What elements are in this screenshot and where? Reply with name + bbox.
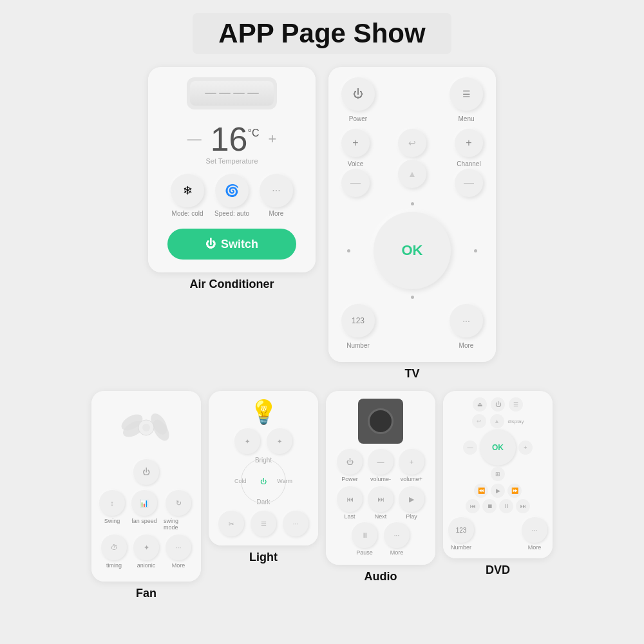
audio-last-col: ⏮ Last xyxy=(337,486,363,520)
dvd-power-btn[interactable]: ⏻ xyxy=(491,397,505,412)
tv-number-btn[interactable]: 123 xyxy=(341,304,375,337)
ac-vent-line xyxy=(205,93,216,94)
dvd-display-label: display xyxy=(508,419,524,424)
dvd-pause-btn[interactable]: ⏸ xyxy=(499,499,513,513)
tv-number-label: Number xyxy=(346,342,370,349)
tv-more-btn[interactable]: ··· xyxy=(450,304,483,337)
fan-visual xyxy=(117,399,175,457)
tv-voice-minus[interactable]: — xyxy=(341,169,370,197)
dvd-rew-btn[interactable]: ⏪ xyxy=(474,484,488,498)
dvd-card: ⏏ ⏻ ☰ ↩ xyxy=(443,391,553,600)
audio-play-col: ▶ Play xyxy=(399,486,424,520)
fan-anionic-ctrl: ✦ anionic xyxy=(133,535,159,569)
audio-more-label: More xyxy=(390,549,404,556)
audio-bottom-row: ⏸ Pause ··· More xyxy=(352,522,410,556)
audio-controls: ⏻ Power — volume- + xyxy=(337,449,424,482)
audio-power-label: Power xyxy=(341,476,358,482)
ac-plus-icon[interactable]: + xyxy=(268,131,276,147)
fan-more-btn[interactable]: ··· xyxy=(166,535,191,560)
switch-button[interactable]: ⏻ Switch xyxy=(167,229,296,260)
ac-inner: — 16 °C + Set Temperature ❄ xyxy=(148,67,316,272)
fan-more-ctrl: ··· More xyxy=(166,535,191,569)
audio-pause-btn[interactable]: ⏸ xyxy=(352,522,377,548)
ac-mode-circle[interactable]: ❄ xyxy=(171,174,204,207)
dvd-play-btn[interactable]: ▶ xyxy=(491,484,505,498)
dvd-stop-btn[interactable]: ⏹ xyxy=(482,499,497,513)
light-hue2[interactable]: ✦ xyxy=(267,428,292,454)
dvd-more-btn[interactable]: ··· xyxy=(522,517,547,543)
switch-label: Switch xyxy=(221,238,258,251)
fan-timing-btn[interactable]: ⏱ xyxy=(101,535,127,560)
light-inner: 💡 ✦ ✦ Bright Cold xyxy=(209,391,318,545)
fan-power-btn[interactable]: ⏻ xyxy=(133,459,159,485)
ac-card-label: Air Conditioner xyxy=(190,278,274,291)
fan-mode-btn[interactable]: ↻ xyxy=(166,490,191,516)
fan-timing-ctrl: ⏱ timing xyxy=(101,535,127,569)
ac-more-circle[interactable]: ··· xyxy=(260,174,293,207)
dvd-eject-btn[interactable]: ⏏ xyxy=(473,397,487,412)
dvd-up-btn[interactable]: ▲ xyxy=(490,414,504,428)
dvd-menu-btn[interactable]: ☰ xyxy=(509,397,523,412)
tv-channel-minus[interactable]: — xyxy=(455,169,483,197)
dvd-arrow-row: ↩ ▲ display xyxy=(472,414,524,428)
audio-volplus-label: volume+ xyxy=(401,476,422,482)
audio-play-btn[interactable]: ▶ xyxy=(399,486,424,512)
dvd-volplus-btn[interactable]: + xyxy=(518,440,533,455)
fan-swing-label: Swing xyxy=(104,518,120,524)
fan-swing-btn[interactable]: ↕ xyxy=(99,490,125,516)
dvd-top-row: ⏏ ⏻ ☰ xyxy=(473,397,523,412)
ac-speed-btn[interactable]: 🌀 Speed: auto xyxy=(214,174,249,217)
ac-speed-circle[interactable]: 🌀 xyxy=(215,174,249,207)
dvd-back-btn[interactable]: ↩ xyxy=(472,414,486,428)
tv-more-col: ··· More xyxy=(450,304,483,349)
tv-menu-label: Menu xyxy=(458,115,474,122)
tv-channel-plus[interactable]: + xyxy=(455,129,483,157)
tv-dot-top xyxy=(411,202,414,205)
audio-last-btn[interactable]: ⏮ xyxy=(337,486,363,512)
tv-voice-plus[interactable]: + xyxy=(341,129,370,157)
dvd-next-btn[interactable]: ⏭ xyxy=(516,499,530,513)
audio-speaker-image xyxy=(358,399,403,444)
ac-unit-image xyxy=(187,77,277,109)
light-lock-btn[interactable]: ☰ xyxy=(251,511,276,536)
fan-anionic-btn[interactable]: ✦ xyxy=(133,535,159,560)
tv-dot-row: OK xyxy=(347,207,477,294)
dvd-grid-btn[interactable]: ⊞ xyxy=(491,467,505,481)
dvd-prev-btn[interactable]: ⏮ xyxy=(466,499,480,513)
ac-mode-btn[interactable]: ❄ Mode: cold xyxy=(171,174,204,217)
audio-card: ⏻ Power — volume- + xyxy=(326,391,435,600)
dvd-grid-row: ⊞ xyxy=(491,467,505,481)
ac-mode-label: Mode: cold xyxy=(172,210,204,217)
light-scissors-btn[interactable]: ✂ xyxy=(218,511,244,536)
tv-menu-btn[interactable]: ☰ xyxy=(450,77,483,111)
audio-next-btn[interactable]: ⏭ xyxy=(368,486,393,512)
audio-volminus-btn[interactable]: — xyxy=(368,449,393,475)
audio-more-col: ··· More xyxy=(384,522,410,556)
ac-temperature: 16 xyxy=(211,122,248,156)
fan-swing-ctrl: ↕ Swing xyxy=(99,490,125,531)
top-row: — 16 °C + Set Temperature ❄ xyxy=(13,67,631,381)
ac-minus-icon[interactable]: — xyxy=(187,131,202,147)
dvd-fwd-btn[interactable]: ⏩ xyxy=(507,484,522,498)
dvd-number-btn[interactable]: 123 xyxy=(448,517,474,543)
tv-up-btn[interactable]: ▲ xyxy=(398,160,426,188)
dvd-transport2: ⏮ ⏹ ⏸ ⏭ xyxy=(466,499,530,513)
tv-back-btn[interactable]: ↩ xyxy=(398,129,426,157)
dvd-vol-ok-row: — OK + xyxy=(463,430,533,466)
ac-more-btn[interactable]: ··· More xyxy=(260,174,293,217)
audio-more-btn[interactable]: ··· xyxy=(384,522,410,548)
light-hue1[interactable]: ✦ xyxy=(234,428,260,454)
dvd-volminus-btn[interactable]: — xyxy=(463,440,477,455)
audio-power-btn[interactable]: ⏻ xyxy=(337,449,363,475)
tv-card-inner: ⏻ Power ☰ Menu xyxy=(328,67,496,362)
light-more-btn[interactable]: ··· xyxy=(283,511,308,536)
dvd-card-inner: ⏏ ⏻ ☰ ↩ xyxy=(443,391,553,558)
fan-speed-btn[interactable]: 📊 xyxy=(131,490,157,516)
fan-card-label: Fan xyxy=(136,587,156,600)
audio-volplus-btn[interactable]: + xyxy=(399,449,424,475)
dvd-card-label: DVD xyxy=(486,564,510,577)
dvd-ok-btn[interactable]: OK xyxy=(480,430,516,466)
tv-ok-btn[interactable]: OK xyxy=(374,212,451,289)
tv-power-btn[interactable]: ⏻ xyxy=(341,77,375,111)
svg-point-5 xyxy=(142,424,150,431)
